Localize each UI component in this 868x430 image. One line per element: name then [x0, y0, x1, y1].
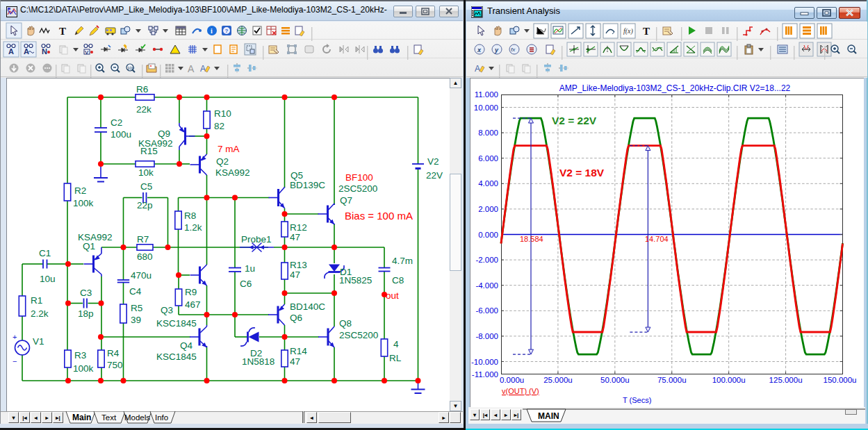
svg-text:v(OUT) (V): v(OUT) (V) — [502, 387, 539, 395]
svg-text:Q3: Q3 — [161, 305, 173, 315]
svg-text:V2: V2 — [427, 156, 439, 167]
svg-text:10u: 10u — [40, 274, 56, 284]
svg-text:100k: 100k — [73, 363, 94, 374]
svg-text:AMP_Like-Melodiya-103M2_CS-1_2: AMP_Like-Melodiya-103M2_CS-1_20kHz-Clip.… — [559, 83, 791, 93]
svg-text:C1: C1 — [39, 248, 51, 258]
svg-text:V1: V1 — [33, 336, 44, 347]
svg-text:R13: R13 — [290, 260, 307, 270]
svg-text:KSA992: KSA992 — [138, 138, 173, 149]
svg-text:18.584: 18.584 — [520, 235, 543, 243]
svg-text:T (Secs): T (Secs) — [623, 396, 651, 404]
svg-text:Q6: Q6 — [290, 313, 302, 323]
svg-text:Text: Text — [101, 413, 117, 422]
svg-text:KSA992: KSA992 — [215, 167, 250, 178]
svg-text:+: + — [13, 333, 17, 341]
svg-text:1.2k: 1.2k — [184, 222, 202, 233]
svg-text:11.000: 11.000 — [475, 90, 498, 99]
svg-text:BD139C: BD139C — [290, 180, 325, 190]
svg-text:2SC5200: 2SC5200 — [338, 183, 377, 194]
svg-text:Q4: Q4 — [180, 340, 193, 351]
svg-text:25.000u: 25.000u — [543, 376, 573, 384]
svg-text:C8: C8 — [392, 275, 404, 286]
svg-text:RL: RL — [389, 353, 402, 363]
svg-text:R7: R7 — [137, 234, 149, 245]
svg-text:0.000: 0.000 — [478, 231, 498, 239]
svg-text:2.000: 2.000 — [478, 205, 498, 213]
svg-text:Main: Main — [72, 413, 91, 422]
svg-text:BD140C: BD140C — [290, 301, 325, 312]
svg-text:4: 4 — [393, 339, 399, 349]
svg-text:0.000u: 0.000u — [500, 376, 524, 384]
svg-text:47: 47 — [290, 232, 300, 242]
svg-text:47: 47 — [290, 270, 300, 280]
svg-text:C4: C4 — [129, 286, 142, 297]
svg-text:Q9: Q9 — [158, 129, 170, 139]
svg-text:-10.000: -10.000 — [471, 358, 498, 366]
svg-text:R5: R5 — [131, 303, 142, 313]
svg-text:100u: 100u — [110, 129, 131, 140]
svg-text:22V: 22V — [426, 170, 443, 181]
svg-text:10.000: 10.000 — [474, 104, 498, 112]
svg-text:8.000: 8.000 — [478, 129, 498, 137]
svg-text:R2: R2 — [74, 185, 86, 196]
svg-text:1u: 1u — [245, 263, 255, 274]
svg-text:C5: C5 — [140, 181, 152, 192]
svg-text:2SC5200: 2SC5200 — [339, 330, 378, 340]
svg-text:4.000: 4.000 — [478, 179, 498, 188]
svg-text:Models: Models — [124, 413, 150, 422]
svg-text:V2 = 22V: V2 = 22V — [552, 115, 597, 126]
svg-text:MAIN: MAIN — [538, 411, 559, 421]
svg-text:-6.000: -6.000 — [475, 306, 498, 315]
svg-text:V2 = 18V: V2 = 18V — [559, 167, 605, 179]
svg-text:KSC1845: KSC1845 — [156, 318, 197, 329]
svg-text:47: 47 — [290, 356, 300, 367]
svg-text:C6: C6 — [240, 279, 252, 289]
svg-text:out: out — [386, 290, 399, 301]
svg-text:Q8: Q8 — [339, 318, 352, 329]
svg-text:-4.000: -4.000 — [475, 281, 498, 290]
svg-text:Info: Info — [155, 413, 168, 422]
svg-text:R6: R6 — [136, 84, 148, 94]
svg-text:680: 680 — [137, 251, 153, 262]
svg-text:R4: R4 — [107, 348, 120, 358]
svg-text:R12: R12 — [290, 222, 307, 233]
svg-text:Probe1: Probe1 — [241, 234, 272, 245]
svg-text:KSC1845: KSC1845 — [156, 352, 197, 362]
svg-text:R3: R3 — [74, 350, 86, 361]
svg-text:R8: R8 — [184, 210, 196, 221]
svg-text:C2: C2 — [110, 117, 122, 128]
svg-text:C3: C3 — [80, 288, 92, 298]
svg-text:18p: 18p — [78, 308, 94, 319]
svg-text:Q5: Q5 — [290, 170, 303, 181]
svg-text:125.000u: 125.000u — [769, 376, 803, 384]
svg-text:14.704: 14.704 — [645, 235, 669, 243]
svg-text:BF100: BF100 — [345, 172, 373, 183]
svg-text:-11.000: -11.000 — [472, 370, 498, 379]
svg-text:75.000u: 75.000u — [657, 376, 687, 384]
svg-text:10k: 10k — [138, 167, 154, 178]
svg-text:470u: 470u — [131, 270, 152, 281]
svg-text:6.000: 6.000 — [478, 154, 498, 163]
svg-text:50.000u: 50.000u — [600, 376, 630, 384]
svg-text:Bias = 100 mA: Bias = 100 mA — [345, 210, 413, 222]
svg-text:-2.000: -2.000 — [475, 256, 498, 264]
svg-text:2.2k: 2.2k — [31, 308, 49, 319]
svg-text:R10: R10 — [214, 108, 231, 119]
svg-text:1N5818: 1N5818 — [242, 356, 275, 367]
svg-text:22p: 22p — [137, 200, 153, 210]
svg-text:100.000u: 100.000u — [712, 376, 746, 384]
svg-text:7 mA: 7 mA — [218, 144, 240, 154]
svg-text:82: 82 — [214, 121, 224, 131]
svg-text:R14: R14 — [290, 346, 307, 356]
svg-text:39: 39 — [131, 315, 141, 325]
svg-text:Q1: Q1 — [83, 241, 95, 251]
svg-text:-8.000: -8.000 — [475, 332, 498, 340]
svg-text:Q7: Q7 — [340, 195, 352, 206]
svg-text:100k: 100k — [73, 198, 94, 208]
svg-text:1N5825: 1N5825 — [339, 275, 372, 286]
svg-text:22k: 22k — [136, 104, 152, 115]
svg-text:750: 750 — [107, 360, 123, 370]
svg-text:R1: R1 — [31, 295, 42, 306]
svg-text:Q2: Q2 — [216, 156, 229, 167]
svg-text:−: − — [13, 357, 17, 365]
